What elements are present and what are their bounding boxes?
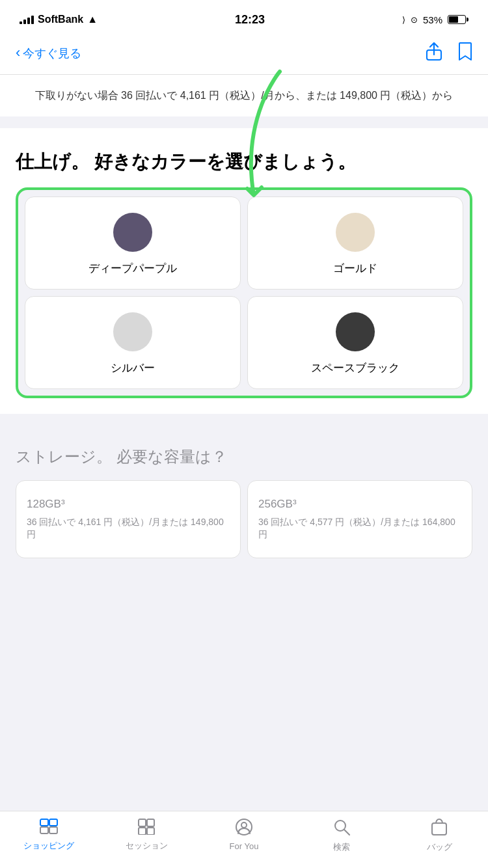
color-name-silver: シルバー: [111, 360, 155, 375]
svg-rect-7: [139, 828, 146, 835]
back-label: 今すぐ見る: [23, 46, 81, 61]
status-time: 12:23: [235, 13, 265, 27]
bag-label: バッグ: [427, 841, 452, 853]
color-name-gold: ゴールド: [333, 261, 377, 276]
share-button[interactable]: [426, 42, 442, 65]
session-icon: [137, 818, 156, 837]
search-label: 検索: [333, 841, 350, 853]
storage-price-128gb: 36 回払いで 4,161 円（税込）/月または 149,800 円: [27, 516, 230, 541]
svg-rect-2: [49, 819, 57, 826]
color-option-gold[interactable]: ゴールド: [247, 197, 463, 290]
status-right: ⟩ ⊙ 53%: [402, 14, 468, 25]
color-swatch-gold: [336, 213, 375, 252]
battery-percent: 53%: [423, 14, 442, 25]
svg-rect-5: [139, 819, 146, 826]
color-name-deep-purple: ディープパープル: [88, 261, 177, 276]
tab-shopping[interactable]: ショッピング: [0, 818, 98, 852]
tab-for-you[interactable]: For You: [195, 818, 293, 851]
status-bar: SoftBank ▲ 12:23 ⟩ ⊙ 53%: [0, 0, 488, 35]
lock-icon: ⊙: [411, 15, 418, 25]
storage-name-256gb: 256GB³: [258, 498, 461, 511]
location-icon: ⟩: [402, 15, 405, 25]
carrier-label: SoftBank: [38, 14, 83, 25]
tab-search[interactable]: 検索: [293, 818, 390, 853]
status-left: SoftBank ▲: [20, 14, 98, 25]
wifi-icon: ▲: [87, 14, 98, 25]
for-you-icon: [235, 818, 253, 839]
color-option-deep-purple[interactable]: ディープパープル: [25, 197, 241, 290]
color-swatch-silver: [113, 312, 152, 351]
svg-line-12: [344, 830, 349, 835]
color-section-title: 仕上げ。 好きなカラーを選びましょう。: [16, 149, 472, 174]
color-swatch-deep-purple: [113, 213, 152, 252]
signal-bars: [20, 15, 34, 24]
svg-rect-3: [40, 827, 48, 834]
storage-grid: 128GB³ 36 回払いで 4,161 円（税込）/月または 149,800 …: [16, 480, 472, 558]
storage-option-128gb[interactable]: 128GB³ 36 回払いで 4,161 円（税込）/月または 149,800 …: [16, 480, 241, 558]
nav-bar: ‹ 今すぐ見る: [0, 35, 488, 75]
color-option-silver[interactable]: シルバー: [25, 296, 241, 389]
back-button[interactable]: ‹ 今すぐ見る: [16, 46, 81, 61]
price-banner: 下取りがない場合 36 回払いで 4,161 円（税込）/月から、または 149…: [0, 75, 488, 116]
color-option-space-black[interactable]: スペースブラック: [247, 296, 463, 389]
tab-bar: ショッピング セッション For You 検索 バッグ: [0, 811, 488, 868]
tab-bag[interactable]: バッグ: [390, 818, 488, 853]
color-grid-wrapper: ディープパープル ゴールド シルバー スペースブラック: [16, 187, 472, 398]
storage-price-256gb: 36 回払いで 4,577 円（税込）/月または 164,800 円: [258, 516, 461, 541]
battery-icon: [448, 15, 468, 24]
tab-session[interactable]: セッション: [98, 818, 195, 852]
shopping-icon: [39, 818, 59, 837]
bag-icon: [431, 818, 448, 839]
color-swatch-space-black: [336, 312, 375, 351]
storage-option-256gb[interactable]: 256GB³ 36 回払いで 4,577 円（税込）/月または 164,800 …: [247, 480, 472, 558]
storage-section-title: ストレージ。 必要な容量は？: [16, 446, 472, 467]
scroll-content: 下取りがない場合 36 回払いで 4,161 円（税込）/月から、または 149…: [0, 75, 488, 636]
svg-rect-13: [432, 823, 446, 835]
color-grid: ディープパープル ゴールド シルバー スペースブラック: [25, 197, 463, 389]
color-name-space-black: スペースブラック: [311, 360, 400, 375]
svg-rect-4: [49, 827, 57, 834]
nav-actions: [426, 42, 472, 65]
svg-point-10: [241, 822, 247, 828]
search-icon: [332, 818, 351, 839]
svg-rect-6: [147, 819, 154, 826]
bookmark-button[interactable]: [458, 42, 472, 65]
svg-rect-8: [147, 828, 154, 835]
price-text: 下取りがない場合 36 回払いで 4,161 円（税込）/月から、または 149…: [35, 90, 454, 101]
color-section: 仕上げ。 好きなカラーを選びましょう。 ディープパープル ゴールド シルバー ス…: [0, 128, 488, 414]
storage-section: ストレージ。 必要な容量は？ 128GB³ 36 回払いで 4,161 円（税込…: [0, 426, 488, 571]
svg-rect-1: [40, 819, 48, 826]
shopping-label: ショッピング: [23, 840, 74, 852]
chevron-left-icon: ‹: [16, 46, 20, 60]
session-label: セッション: [126, 840, 168, 852]
for-you-label: For You: [230, 841, 259, 851]
storage-name-128gb: 128GB³: [27, 498, 230, 511]
